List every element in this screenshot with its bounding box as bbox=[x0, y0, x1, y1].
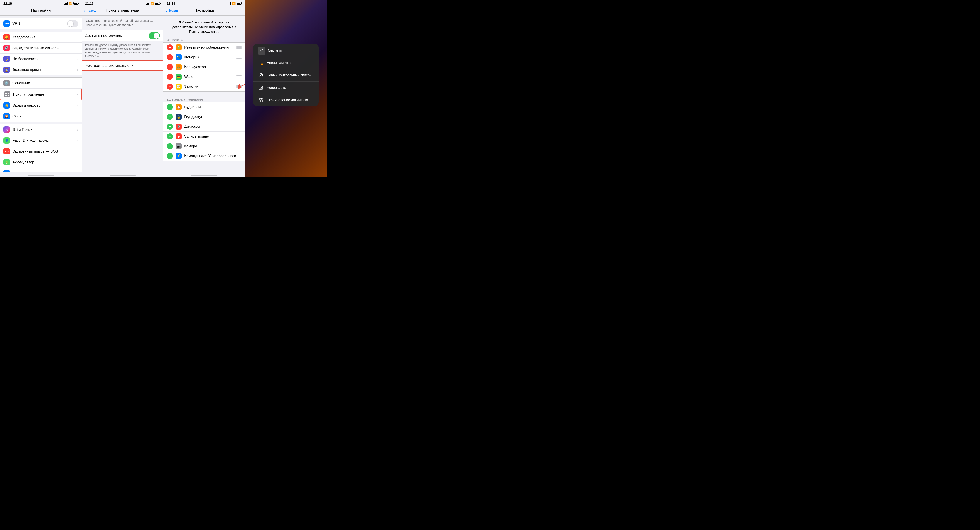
settings-item-general[interactable]: ⚙️ Основные › bbox=[0, 78, 82, 89]
checklist-icon bbox=[258, 72, 264, 78]
control-power[interactable]: 🔋 Режим энергосбережения bbox=[163, 43, 245, 52]
control-screenrecord[interactable]: ⏺ Запись экрана bbox=[163, 132, 245, 141]
cc-description: Смахните вниз с верхней правой части экр… bbox=[82, 16, 163, 30]
notes-action-scan[interactable]: Сканирование документа bbox=[253, 94, 318, 106]
back-button[interactable]: ‹ Назад bbox=[84, 8, 96, 13]
add-dictaphone-button[interactable] bbox=[167, 124, 173, 130]
sounds-icon: 🔊 bbox=[3, 45, 10, 51]
add-shortcuts-button[interactable] bbox=[167, 153, 173, 159]
settings-item-vpn[interactable]: VPN VPN bbox=[0, 18, 82, 29]
settings-item-sounds[interactable]: 🔊 Звуки, тактильные сигналы › bbox=[0, 43, 82, 54]
svg-point-14 bbox=[260, 87, 261, 89]
vpn-toggle[interactable] bbox=[67, 20, 78, 27]
controlcenter-label: Пункт управления bbox=[13, 92, 77, 97]
settings-item-siri[interactable]: ◎ Siri и Поиск › bbox=[0, 124, 82, 135]
notes-action-checklist[interactable]: Новый контрольный список bbox=[253, 69, 318, 82]
control-alarm[interactable]: ⏰ Будильник bbox=[163, 102, 245, 112]
chevron-icon: › bbox=[77, 160, 78, 164]
add-camera-button[interactable] bbox=[167, 143, 173, 149]
setup-panel: 22:18 📶 ‹ Назад Настройка Добавляйте и и… bbox=[163, 0, 245, 177]
settings-item-wallpaper[interactable]: 🌄 Обои › bbox=[0, 111, 82, 122]
notes-action-new[interactable]: Новая заметка bbox=[253, 57, 318, 69]
status-bar: 22:18 📶 bbox=[0, 0, 82, 6]
settings-title: Настройки bbox=[31, 8, 51, 13]
setup-nav-bar: ‹ Назад Настройка bbox=[163, 6, 245, 16]
notes-popup[interactable]: Заметки Новая заметка bbox=[253, 43, 318, 106]
notes-action-photo[interactable]: Новое фото bbox=[253, 82, 318, 94]
settings-item-privacy[interactable]: ✋ Конфиденциальность › bbox=[0, 168, 82, 172]
faceid-label: Face ID и код-пароль bbox=[13, 138, 77, 143]
svg-rect-1 bbox=[8, 93, 9, 94]
access-toggle[interactable] bbox=[149, 32, 160, 39]
screentime-icon: ⌛ bbox=[3, 67, 10, 73]
chevron-icon: › bbox=[77, 139, 78, 142]
display-label: Экран и яркость bbox=[13, 103, 77, 108]
control-camera[interactable]: 📷 Камера bbox=[163, 141, 245, 151]
dictaphone-icon: 🎙️ bbox=[175, 124, 181, 130]
power-label: Режим энергосбережения bbox=[184, 45, 236, 49]
settings-item-dnd[interactable]: 🌙 Не беспокоить › bbox=[0, 54, 82, 64]
wifi-icon: 📶 bbox=[69, 2, 72, 5]
remove-flashlight-button[interactable] bbox=[167, 54, 173, 60]
vpn-icon: VPN bbox=[3, 21, 10, 27]
access-apps-description: Разрешить доступ к Пункту управления в п… bbox=[82, 41, 163, 60]
control-dictaphone[interactable]: 🎙️ Диктофон bbox=[163, 122, 245, 132]
settings-item-faceid[interactable]: 👤 Face ID и код-пароль › bbox=[0, 135, 82, 146]
remove-notes-button[interactable] bbox=[167, 84, 173, 90]
settings-item-screentime[interactable]: ⌛ Экранное время › bbox=[0, 64, 82, 75]
svg-rect-18 bbox=[261, 100, 262, 102]
setup-description: Добавляйте и изменяйте порядок дополните… bbox=[163, 16, 245, 37]
include-section-header: ВКЛЮЧИТЬ bbox=[163, 37, 245, 43]
notes-label: Заметки bbox=[184, 84, 236, 89]
customize-item[interactable]: Настроить элем. управления › bbox=[82, 61, 163, 70]
setup-back-button[interactable]: ‹ Назад bbox=[165, 8, 178, 13]
chevron-icon: › bbox=[77, 68, 78, 71]
notes-popup-header: Заметки bbox=[253, 43, 318, 57]
control-guided[interactable]: 🔒 Гид-доступ bbox=[163, 112, 245, 122]
flashlight-label: Фонарик bbox=[184, 55, 236, 59]
settings-item-notifications[interactable]: 🔔 Уведомления › bbox=[0, 32, 82, 43]
settings-group-2: ⚙️ Основные › Пункт управления › bbox=[0, 78, 82, 122]
chevron-icon: › bbox=[77, 46, 78, 50]
drag-handle[interactable] bbox=[236, 64, 242, 70]
battery-label: Аккумулятор bbox=[13, 160, 77, 165]
controlcenter-panel: 22:18 📶 ‹ Назад Пункт управления Смахнит… bbox=[82, 0, 163, 177]
drag-handle[interactable] bbox=[236, 74, 242, 79]
battery-icon-3 bbox=[237, 2, 242, 5]
cc-title: Пункт управления bbox=[106, 8, 139, 13]
control-flashlight[interactable]: 🔦 Фонарик bbox=[163, 52, 245, 62]
settings-item-display[interactable]: ☀️ Экран и яркость › bbox=[0, 100, 82, 111]
settings-item-battery[interactable]: 🔋 Аккумулятор › bbox=[0, 157, 82, 168]
dictaphone-label: Диктофон bbox=[184, 124, 242, 129]
settings-nav-bar: Настройки bbox=[0, 6, 82, 16]
access-apps-item[interactable]: Доступ в программах bbox=[82, 30, 163, 41]
chevron-icon: › bbox=[77, 57, 78, 61]
add-screenrecord-button[interactable] bbox=[167, 133, 173, 140]
status-bar-3: 22:18 📶 bbox=[163, 0, 245, 6]
svg-rect-15 bbox=[259, 98, 260, 100]
drag-handle[interactable] bbox=[236, 45, 242, 50]
add-alarm-button[interactable] bbox=[167, 104, 173, 110]
display-icon: ☀️ bbox=[3, 102, 10, 109]
drag-handle[interactable] bbox=[236, 84, 242, 89]
drag-handle[interactable] bbox=[236, 55, 242, 60]
settings-item-controlcenter[interactable]: Пункт управления › bbox=[0, 89, 82, 100]
calculator-label: Калькулятор bbox=[184, 65, 236, 69]
status-icons: 📶 bbox=[64, 2, 78, 5]
add-guided-button[interactable] bbox=[167, 114, 173, 120]
status-time: 22:18 bbox=[3, 2, 12, 5]
wifi-icon-2: 📶 bbox=[151, 2, 154, 5]
wallet-icon: 💳 bbox=[175, 74, 181, 80]
remove-wallet-button[interactable] bbox=[167, 74, 173, 80]
control-notes[interactable]: 📝 Заметки bbox=[163, 82, 245, 91]
remove-power-button[interactable] bbox=[167, 44, 173, 51]
control-calculator[interactable]: 🧮 Калькулятор bbox=[163, 62, 245, 72]
remove-calculator-button[interactable] bbox=[167, 64, 173, 70]
status-bar-2: 22:18 📶 bbox=[82, 0, 163, 6]
settings-item-sos[interactable]: SOS Экстренный вызов — SOS › bbox=[0, 146, 82, 157]
control-wallet[interactable]: 💳 Wallet bbox=[163, 72, 245, 82]
shortcuts-icon: ⚡ bbox=[175, 153, 181, 159]
control-shortcuts[interactable]: ⚡ Команды для Универсального... bbox=[163, 151, 245, 161]
settings-list[interactable]: VPN VPN 🔔 Уведомления › 🔊 Зв bbox=[0, 16, 82, 172]
sos-label: Экстренный вызов — SOS bbox=[13, 149, 77, 154]
